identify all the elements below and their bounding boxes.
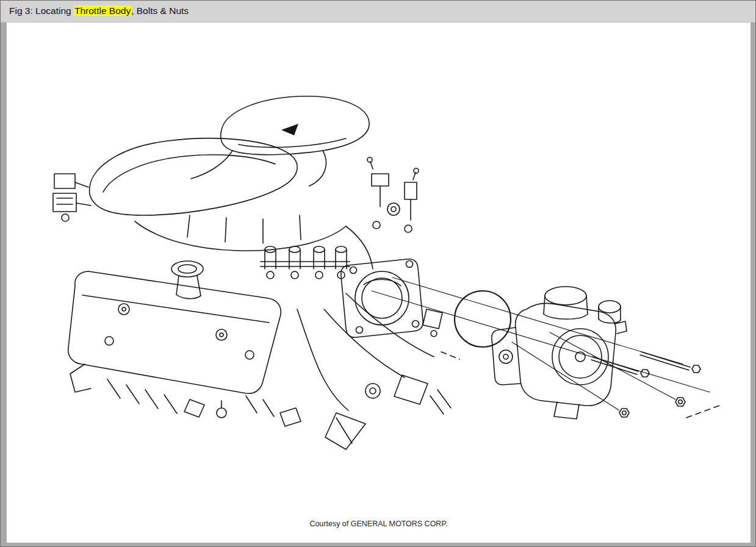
figure-caption: Courtesy of GENERAL MOTORS CORP. bbox=[7, 520, 751, 528]
figure-title-bar: Fig 3: Locating Throttle Body, Bolts & N… bbox=[1, 1, 755, 23]
figure-title-highlight: Throttle Body bbox=[74, 5, 131, 16]
gasket-oring bbox=[455, 291, 511, 347]
left-connector-stack bbox=[53, 174, 91, 221]
throttle-body-flange bbox=[341, 259, 442, 337]
figure-title-prefix: Fig 3: Locating bbox=[9, 5, 74, 16]
figure-page: Fig 3: Locating Throttle Body, Bolts & N… bbox=[0, 0, 756, 547]
figure-title-suffix: , Bolts & Nuts bbox=[131, 5, 189, 16]
fuel-rail-injectors bbox=[261, 246, 350, 279]
figure-canvas: Courtesy of GENERAL MOTORS CORP. bbox=[7, 23, 751, 543]
intake-plenum bbox=[90, 96, 373, 269]
valve-cover bbox=[68, 261, 281, 393]
throttle-body bbox=[492, 287, 627, 419]
right-hardware bbox=[367, 157, 419, 232]
engine-diagram bbox=[7, 23, 751, 543]
figure-frame: Courtesy of GENERAL MOTORS CORP. bbox=[1, 23, 755, 547]
lower-flange-hatching bbox=[70, 364, 301, 426]
nuts bbox=[619, 398, 685, 417]
